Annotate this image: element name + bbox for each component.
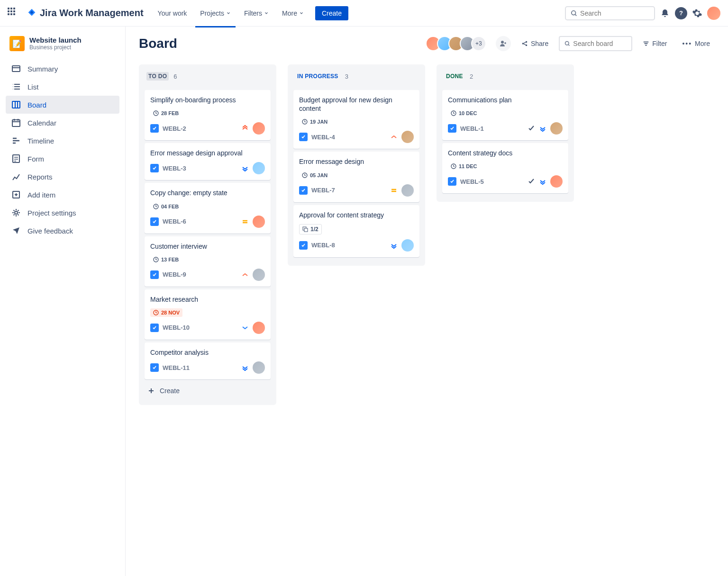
form-icon <box>11 154 21 163</box>
priority-low-icon <box>539 178 546 185</box>
card[interactable]: Competitor analysis WEBL-11 <box>145 342 271 379</box>
assignee-avatar[interactable] <box>253 122 265 135</box>
nav-your-work[interactable]: Your work <box>153 6 192 21</box>
column-title: TO DO <box>146 72 169 81</box>
clock-icon <box>153 310 159 315</box>
card[interactable]: Simplify on-boarding process28 FEB WEBL-… <box>145 90 271 140</box>
sidebar-item-timeline[interactable]: Timeline <box>6 132 119 150</box>
sidebar-item-project-settings[interactable]: Project settings <box>6 204 119 222</box>
clock-icon <box>153 204 159 209</box>
assignee-avatar[interactable] <box>401 184 414 197</box>
task-type-icon <box>150 363 159 372</box>
column-todo: TO DO6 Simplify on-boarding process28 FE… <box>139 64 276 405</box>
column-title: IN PROGRESS <box>295 72 340 81</box>
project-header[interactable]: 📝 Website launch Business project <box>6 36 119 51</box>
priority-highest-icon <box>241 125 249 132</box>
create-card-button[interactable]: Create <box>145 382 271 399</box>
plus-icon <box>147 387 155 395</box>
task-key: WEBL-6 <box>163 218 186 225</box>
filter-button[interactable]: Filter <box>638 37 672 50</box>
sidebar-item-label: Summary <box>27 65 58 73</box>
card[interactable]: Error message design05 JAN WEBL-7 <box>293 152 419 202</box>
assignee-avatar[interactable] <box>550 175 563 188</box>
search-icon <box>564 40 570 47</box>
svg-rect-1 <box>12 66 20 72</box>
assignee-avatar[interactable] <box>253 216 265 228</box>
done-check-icon <box>528 178 535 185</box>
share-button[interactable]: Share <box>517 37 553 50</box>
add-people-button[interactable] <box>496 36 511 51</box>
avatar-overflow[interactable]: +3 <box>471 36 486 51</box>
global-search[interactable] <box>565 6 655 20</box>
sidebar-item-give-feedback[interactable]: Give feedback <box>6 222 119 240</box>
task-key: WEBL-1 <box>460 125 484 132</box>
svg-point-0 <box>572 10 576 15</box>
assignee-avatar[interactable] <box>253 162 265 174</box>
global-search-input[interactable] <box>580 9 649 17</box>
card-title: Communications plan <box>448 96 563 104</box>
create-button[interactable]: Create <box>315 6 348 20</box>
app-switcher-icon[interactable] <box>8 8 19 19</box>
product-logo[interactable]: Jira Work Management <box>27 8 144 18</box>
sidebar-item-add-item[interactable]: Add item <box>6 186 119 204</box>
assignee-avatar[interactable] <box>550 122 563 135</box>
priority-low-icon <box>390 242 398 249</box>
card[interactable]: Customer interview13 FEB WEBL-9 <box>145 236 271 287</box>
nav-projects[interactable]: Projects <box>195 6 236 21</box>
task-key: WEBL-5 <box>460 178 484 185</box>
settings-icon[interactable] <box>691 7 703 19</box>
svg-point-6 <box>15 211 18 214</box>
sidebar-item-form[interactable]: Form <box>6 150 119 168</box>
svg-point-10 <box>526 45 528 46</box>
sidebar-item-calendar[interactable]: Calendar <box>6 114 119 132</box>
task-key: WEBL-10 <box>163 324 190 331</box>
priority-lower-icon <box>241 324 249 332</box>
assignee-avatar[interactable] <box>401 131 414 143</box>
sidebar-item-list[interactable]: List <box>6 78 119 96</box>
task-key: WEBL-8 <box>311 242 335 249</box>
card-title: Approval for content strategy <box>299 211 414 219</box>
board-search-input[interactable] <box>573 40 627 47</box>
assignee-avatar[interactable] <box>253 361 265 374</box>
card[interactable]: Error message design approval WEBL-3 <box>145 143 271 180</box>
user-avatar[interactable] <box>707 7 720 20</box>
give-feedback-icon <box>11 226 21 235</box>
nav-filters[interactable]: Filters <box>239 6 273 21</box>
date-badge: 11 DEC <box>448 162 480 171</box>
card[interactable]: Budget approval for new design content19… <box>293 90 419 149</box>
priority-high-icon <box>390 133 398 141</box>
assignee-avatar[interactable] <box>401 239 414 252</box>
column-progress: IN PROGRESS3 Budget approval for new des… <box>288 64 425 266</box>
card[interactable]: Content strategy docs11 DEC WEBL-5 <box>442 143 568 193</box>
clock-icon <box>302 172 308 178</box>
card-title: Content strategy docs <box>448 149 563 157</box>
date-badge: 28 NOV <box>150 308 182 317</box>
assignee-avatar[interactable] <box>253 269 265 281</box>
sidebar-item-summary[interactable]: Summary <box>6 60 119 78</box>
subtask-badge: 1/2 <box>299 224 322 234</box>
column-count: 6 <box>173 73 177 80</box>
avatar-stack[interactable]: +3 <box>429 36 486 51</box>
task-key: WEBL-2 <box>163 125 186 132</box>
date-badge: 19 JAN <box>299 117 330 126</box>
calendar-icon <box>11 118 21 127</box>
notifications-icon[interactable] <box>659 7 671 19</box>
nav-more[interactable]: More <box>277 6 309 21</box>
card[interactable]: Market research28 NOV WEBL-10 <box>145 289 271 340</box>
card[interactable]: Communications plan10 DEC WEBL-1 <box>442 90 568 140</box>
help-icon[interactable]: ? <box>675 7 687 19</box>
card[interactable]: Approval for content strategy1/2 WEBL-8 <box>293 205 419 257</box>
clock-icon <box>451 163 456 169</box>
assignee-avatar[interactable] <box>253 322 265 334</box>
card-title: Budget approval for new design content <box>299 96 414 113</box>
sidebar-item-board[interactable]: Board <box>6 96 119 114</box>
sidebar-item-label: Reports <box>27 173 53 181</box>
date-badge: 13 FEB <box>150 255 182 264</box>
clock-icon <box>451 110 456 116</box>
board-search[interactable] <box>559 36 632 51</box>
task-type-icon <box>150 164 159 172</box>
card[interactable]: Copy change: empty state04 FEB WEBL-6 <box>145 183 271 233</box>
svg-rect-19 <box>304 228 308 232</box>
sidebar-item-reports[interactable]: Reports <box>6 168 119 186</box>
more-button[interactable]: •••More <box>677 37 715 50</box>
